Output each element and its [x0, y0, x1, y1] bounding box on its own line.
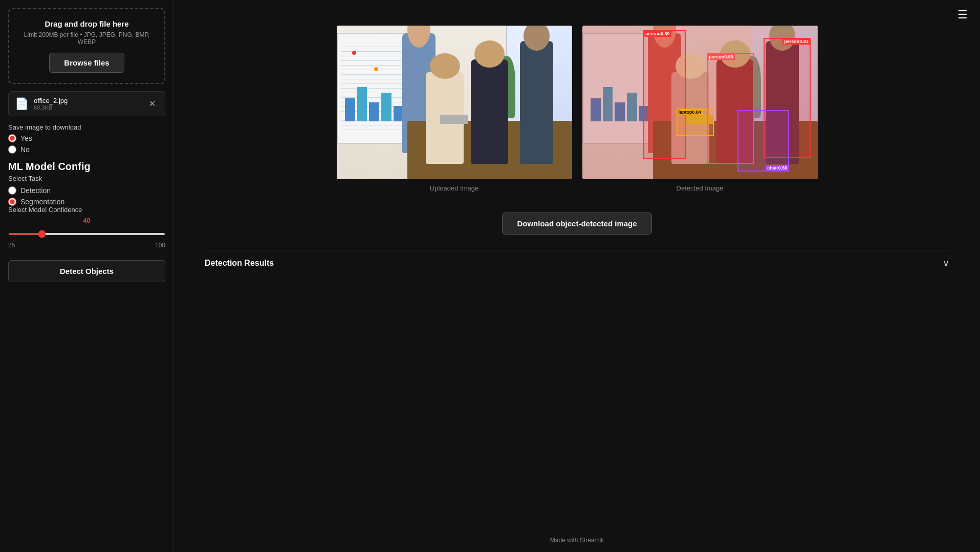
topbar: ☰ — [953, 6, 972, 24]
confidence-slider-container — [8, 228, 165, 237]
detected-image-caption: Detected Image — [677, 184, 724, 192]
task-detection-radio[interactable] — [8, 186, 16, 195]
p3-head — [524, 26, 550, 51]
hamburger-menu-button[interactable]: ☰ — [953, 6, 972, 24]
uploaded-image-wrapper — [337, 26, 572, 179]
results-section: Detection Results ∨ — [174, 250, 980, 276]
slider-min: 25 — [8, 242, 15, 249]
task-label: Select Task — [8, 175, 165, 182]
p1-head — [430, 53, 460, 79]
results-title: Detection Results — [205, 259, 274, 268]
det-label-person083: person0.83 — [707, 54, 735, 60]
file-size: 60.3KB — [34, 104, 141, 111]
person-seated2 — [471, 59, 509, 164]
file-name: office_2.jpg — [34, 97, 141, 104]
det-bar2 — [603, 87, 613, 121]
bar4 — [381, 93, 391, 121]
results-header[interactable]: Detection Results ∨ — [205, 250, 949, 276]
detected-image-bg: person0.89 person0.91 person0.83 laptop0… — [582, 26, 818, 179]
det-box-person089: person0.89 — [643, 30, 686, 159]
laptop-screen — [440, 115, 468, 124]
whiteboard — [337, 33, 412, 144]
file-remove-button[interactable]: ✕ — [146, 98, 159, 110]
chevron-down-icon: ∨ — [943, 258, 949, 269]
p2-head — [474, 40, 505, 68]
footer-prefix: Made with — [550, 537, 578, 544]
bar2 — [357, 87, 367, 121]
det-label-laptop: laptop0.84 — [677, 109, 703, 115]
confidence-value: 40 — [8, 217, 165, 224]
det-bar1 — [591, 98, 601, 121]
download-button[interactable]: Download object-detected image — [502, 213, 651, 235]
det-chart-bars — [591, 83, 649, 121]
uploaded-image-bg — [337, 26, 572, 179]
detected-image-wrapper: person0.89 person0.91 person0.83 laptop0… — [582, 26, 818, 179]
det-box-laptop: laptop0.84 — [677, 109, 714, 136]
task-detection-label: Detection — [20, 186, 51, 195]
det-label-person091: person0.91 — [782, 38, 810, 45]
dot-orange — [374, 67, 378, 71]
save-no-radio[interactable] — [8, 145, 16, 154]
images-section: Uploaded Image — [174, 0, 980, 202]
bar1 — [345, 98, 355, 121]
det-bar4 — [627, 93, 637, 121]
file-info: office_2.jpg 60.3KB — [34, 97, 141, 111]
save-no-option[interactable]: No — [8, 145, 165, 154]
save-image-radio-group: Yes No — [8, 134, 165, 154]
bar3 — [369, 102, 379, 121]
download-section: Download object-detected image — [174, 202, 980, 250]
slider-minmax: 25 100 — [8, 242, 165, 249]
uploaded-image-caption: Uploaded Image — [430, 184, 478, 192]
task-segmentation-label: Segmentation — [20, 198, 64, 206]
save-image-label: Save image to download — [8, 123, 165, 131]
task-detection-option[interactable]: Detection — [8, 186, 165, 195]
drag-subtitle: Limit 200MB per file • JPG, JPEG, PNG, B… — [17, 31, 156, 46]
save-no-label: No — [20, 145, 30, 154]
save-image-section: Save image to download Yes No — [8, 123, 165, 154]
dot-red — [352, 51, 356, 55]
save-yes-label: Yes — [20, 134, 32, 142]
drag-title: Drag and drop file here — [17, 19, 156, 28]
det-bar3 — [615, 102, 625, 121]
confidence-section: Select Model Confidence 40 25 100 — [8, 206, 165, 249]
footer: Made with Streamlit — [174, 528, 980, 552]
person-seated3 — [520, 41, 553, 164]
chart-bars — [345, 83, 404, 121]
det-label-chair: chair0.56 — [766, 165, 789, 171]
det-box-chair: chair0.56 — [737, 110, 789, 172]
det-label-person089: person0.89 — [644, 31, 671, 37]
slider-max: 100 — [155, 242, 165, 249]
confidence-slider[interactable] — [8, 233, 165, 235]
images-gap — [572, 26, 582, 192]
upload-area: Drag and drop file here Limit 200MB per … — [8, 8, 165, 84]
browse-files-button[interactable]: Browse files — [49, 53, 124, 73]
save-yes-option[interactable]: Yes — [8, 134, 165, 142]
detected-image-col: person0.89 person0.91 person0.83 laptop0… — [582, 26, 818, 192]
uploaded-image-col: Uploaded Image — [337, 26, 572, 192]
file-item: 📄 office_2.jpg 60.3KB ✕ — [8, 91, 165, 116]
presenter-head — [407, 26, 430, 48]
task-radio-group: Detection Segmentation — [8, 186, 165, 206]
footer-brand: Streamlit — [580, 537, 604, 544]
ml-config-section: ML Model Config Select Task Detection Se… — [8, 161, 165, 249]
save-yes-radio[interactable] — [8, 134, 16, 142]
detect-objects-button[interactable]: Detect Objects — [8, 260, 165, 282]
sidebar: Drag and drop file here Limit 200MB per … — [0, 0, 174, 552]
confidence-label: Select Model Confidence — [8, 206, 165, 214]
file-icon: 📄 — [15, 97, 29, 111]
task-segmentation-option[interactable]: Segmentation — [8, 198, 165, 206]
task-segmentation-radio[interactable] — [8, 198, 16, 206]
main-content: ☰ — [174, 0, 980, 552]
ml-config-title: ML Model Config — [8, 161, 165, 173]
